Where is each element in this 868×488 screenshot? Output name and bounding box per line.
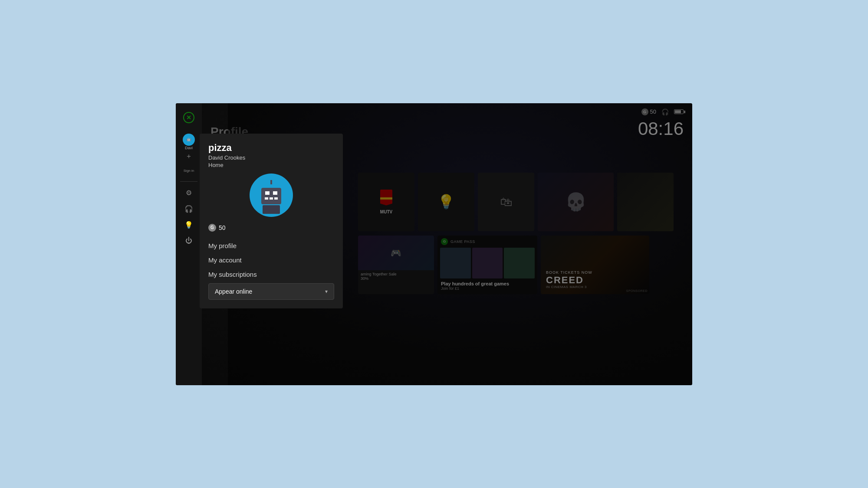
appear-online-label: Appear online <box>215 288 252 295</box>
profile-gamerscore-value: 50 <box>219 224 226 231</box>
my-account-button[interactable]: My account <box>208 253 334 267</box>
sidebar: ✕ 🤖 Davi ＋ Sign in ⚙ 🎧 💡 ⏻ <box>176 103 202 385</box>
my-subscriptions-button[interactable]: My subscriptions <box>208 267 334 282</box>
profile-popup: pizza David Crookes Home <box>200 134 343 308</box>
profile-gamertag: pizza <box>208 142 334 154</box>
profile-gamerscore-icon: G <box>208 224 216 232</box>
user-avatar-small[interactable]: 🤖 <box>183 134 195 146</box>
sidebar-user-label: Davi <box>178 146 200 150</box>
settings-icon[interactable]: ⚙ <box>186 189 192 197</box>
xbox-logo-icon[interactable]: ✕ <box>183 112 194 123</box>
chevron-down-icon: ▾ <box>325 288 328 295</box>
power-icon[interactable]: ⏻ <box>185 237 192 245</box>
hint-icon[interactable]: 💡 <box>184 221 193 229</box>
profile-real-name: David Crookes <box>208 154 334 161</box>
profile-avatar[interactable] <box>250 174 293 217</box>
add-user-icon[interactable]: ＋ <box>185 152 192 161</box>
robot-avatar-icon <box>256 180 286 210</box>
appear-online-dropdown[interactable]: Appear online ▾ <box>208 283 334 300</box>
profile-location: Home <box>208 162 334 168</box>
my-profile-button[interactable]: My profile <box>208 239 334 253</box>
profile-gamerscore: G 50 <box>208 224 334 232</box>
sidebar-divider <box>180 181 197 182</box>
sidebar-sign-in-label[interactable]: Sign in <box>178 169 200 173</box>
accessibility-icon[interactable]: 🎧 <box>184 205 193 213</box>
